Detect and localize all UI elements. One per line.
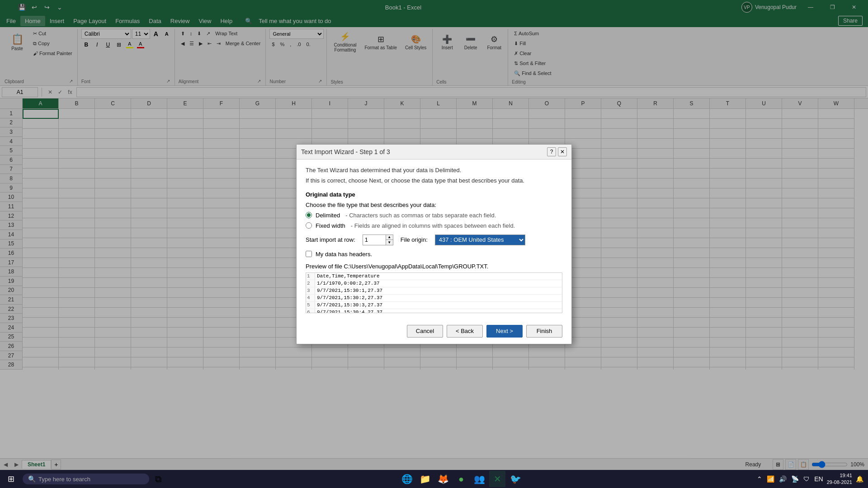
finish-btn[interactable]: Finish — [526, 325, 562, 338]
task-view-btn[interactable]: ⧉ — [150, 471, 166, 487]
line-content-3: 9/7/2021,15:30:1,27.37 — [315, 287, 384, 294]
back-btn[interactable]: < Back — [447, 325, 483, 338]
start-btn[interactable]: ⊞ — [0, 470, 22, 488]
system-tray: ⌃ 📶 🔊 📡 🛡 EN 19:41 29-08-2021 🔔 — [756, 472, 864, 486]
text-import-wizard-dialog: Text Import Wizard - Step 1 of 3 ? ✕ The… — [296, 144, 572, 344]
dialog-title-bar: Text Import Wizard - Step 1 of 3 ? ✕ — [297, 145, 571, 160]
line-content-2: 1/1/1970,0:00:2,27.37 — [315, 280, 382, 287]
firefox-icon[interactable]: 🦊 — [435, 471, 451, 487]
preview-line-6: 6 9/7/2021,15:30:4,27.37 — [306, 309, 562, 313]
line-content-1: Date,Time,Temperature — [315, 273, 382, 280]
dialog-title: Text Import Wizard - Step 1 of 3 — [301, 148, 390, 155]
line-num-4: 4 — [306, 295, 315, 301]
taskbar-search-icon: 🔍 — [28, 475, 36, 483]
preview-label: Preview of file C:\Users\Venugopal\AppDa… — [306, 263, 562, 270]
start-row-input[interactable] — [363, 235, 386, 245]
dialog-info-line1: The Text Wizard has determined that your… — [306, 167, 562, 174]
file-explorer-icon[interactable]: 📁 — [417, 471, 433, 487]
preview-line-5: 5 9/7/2021,15:30:3,27.37 — [306, 302, 562, 309]
volume-icon[interactable]: 🔊 — [778, 474, 788, 483]
preview-section: Preview of file C:\Users\Venugopal\AppDa… — [306, 263, 562, 313]
delimited-option: Delimited - Characters such as commas or… — [306, 212, 562, 219]
fixed-width-label[interactable]: Fixed width — [316, 222, 345, 229]
taskbar-left: ⊞ 🔍 ⧉ — [0, 470, 166, 488]
cancel-btn[interactable]: Cancel — [407, 325, 443, 338]
line-num-3: 3 — [306, 287, 315, 294]
row-spin-down[interactable]: ▼ — [386, 240, 393, 245]
teams-icon[interactable]: 👥 — [471, 471, 487, 487]
line-content-6: 9/7/2021,15:30:4,27.37 — [315, 309, 384, 313]
taskbar-right: ⌃ 📶 🔊 📡 🛡 EN 19:41 29-08-2021 🔔 — [756, 472, 868, 486]
taskbar-search: 🔍 — [23, 474, 149, 484]
line-num-5: 5 — [306, 302, 315, 309]
preview-box: 1 Date,Time,Temperature 2 1/1/1970,0:00:… — [306, 272, 562, 313]
line-num-1: 1 — [306, 273, 315, 280]
dialog-close-btn[interactable]: ✕ — [558, 147, 567, 156]
dialog-footer: Cancel < Back Next > Finish — [297, 320, 571, 344]
chrome-icon[interactable]: ● — [453, 471, 469, 487]
headers-checkbox[interactable] — [306, 251, 312, 257]
line-num-6: 6 — [306, 309, 315, 313]
delimited-label[interactable]: Delimited — [316, 212, 340, 219]
dialog-controls: ? ✕ — [547, 147, 567, 156]
tray-up-arrow[interactable]: ⌃ — [756, 474, 763, 483]
headers-label[interactable]: My data has headers. — [316, 251, 372, 258]
fixed-width-radio[interactable] — [306, 222, 312, 229]
edge-icon[interactable]: 🌐 — [399, 471, 415, 487]
extra-taskbar-icon[interactable]: 🐦 — [507, 471, 524, 487]
time-display[interactable]: 19:41 29-08-2021 — [827, 472, 852, 486]
dialog-body: The Text Wizard has determined that your… — [297, 160, 571, 320]
choose-label: Choose the file type that best describes… — [306, 202, 562, 208]
dialog-overlay: Text Import Wizard - Step 1 of 3 ? ✕ The… — [0, 0, 868, 488]
delimited-desc: - Characters such as commas or tabs sepa… — [345, 212, 496, 219]
original-data-type-label: Original data type — [306, 191, 562, 198]
next-btn[interactable]: Next > — [486, 325, 523, 338]
fixed-width-option: Fixed width - Fields are aligned in colu… — [306, 222, 562, 229]
start-import-label: Start import at row: — [306, 236, 355, 243]
fixed-width-desc: - Fields are aligned in columns with spa… — [351, 222, 515, 229]
wifi-icon[interactable]: 📡 — [790, 474, 800, 483]
headers-checkbox-row: My data has headers. — [306, 251, 562, 258]
clock-date: 29-08-2021 — [827, 479, 852, 486]
language-label[interactable]: EN — [813, 474, 824, 483]
taskbar-center: 🌐 📁 🦊 ● 👥 ✕ 🐦 — [399, 471, 524, 487]
row-spin-up[interactable]: ▲ — [386, 235, 393, 240]
preview-scrollable[interactable]: 1 Date,Time,Temperature 2 1/1/1970,0:00:… — [306, 273, 562, 313]
row-spinners: ▲ ▼ — [386, 235, 393, 245]
line-num-2: 2 — [306, 280, 315, 287]
file-origin-label: File origin: — [401, 236, 428, 243]
taskbar-search-input[interactable] — [38, 476, 144, 483]
preview-line-3: 3 9/7/2021,15:30:1,27.37 — [306, 287, 562, 295]
start-row-input-wrap: ▲ ▼ — [363, 235, 393, 245]
notifications-icon[interactable]: 🔔 — [855, 474, 864, 483]
clock-time: 19:41 — [827, 472, 852, 479]
excel-taskbar-icon[interactable]: ✕ — [489, 471, 505, 487]
line-content-5: 9/7/2021,15:30:3,27.37 — [315, 302, 384, 309]
preview-line-1: 1 Date,Time,Temperature — [306, 273, 562, 280]
security-icon[interactable]: 🛡 — [802, 474, 811, 483]
delimited-radio[interactable] — [306, 212, 312, 218]
line-content-4: 9/7/2021,15:30:2,27.37 — [315, 295, 384, 301]
dialog-info-line2: If this is correct, choose Next, or choo… — [306, 177, 562, 184]
preview-line-2: 2 1/1/1970,0:00:2,27.37 — [306, 280, 562, 287]
preview-line-4: 4 9/7/2021,15:30:2,27.37 — [306, 295, 562, 302]
dialog-help-btn[interactable]: ? — [547, 147, 556, 156]
import-settings-row: Start import at row: ▲ ▼ File origin: 43… — [306, 235, 562, 245]
network-icon[interactable]: 📶 — [766, 474, 775, 483]
file-origin-select[interactable]: 437 : OEM United States — [435, 235, 525, 245]
taskbar: ⊞ 🔍 ⧉ 🌐 📁 🦊 ● 👥 ✕ 🐦 ⌃ 📶 🔊 📡 🛡 EN 19:41 2… — [0, 470, 868, 488]
